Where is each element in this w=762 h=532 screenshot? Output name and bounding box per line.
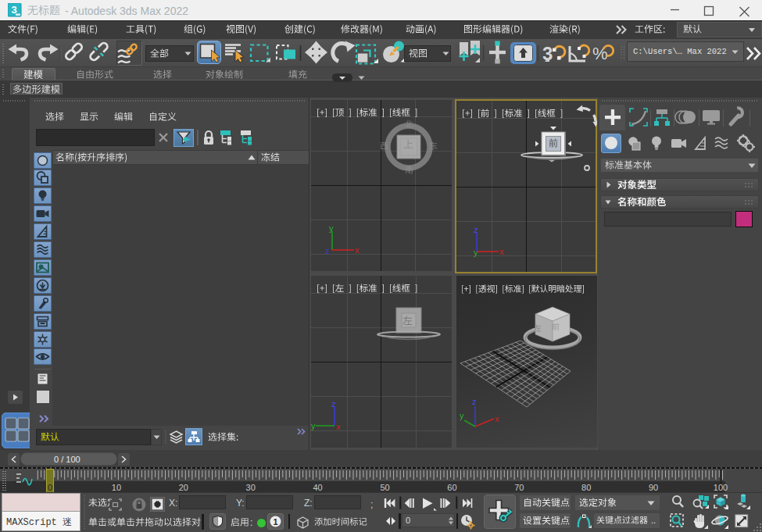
svg-text:z: z xyxy=(331,401,336,409)
svg-text:z: z xyxy=(325,246,330,255)
svg-text:y: y xyxy=(474,248,478,257)
svg-text:y: y xyxy=(460,411,464,420)
svg-text:y: y xyxy=(329,225,334,233)
svg-text:x: x xyxy=(336,422,341,431)
svg-text:x: x xyxy=(499,247,504,256)
svg-text:x: x xyxy=(355,245,360,255)
svg-text:z: z xyxy=(472,397,477,406)
svg-text:1: 1 xyxy=(273,517,277,527)
svg-text:z: z xyxy=(474,227,478,234)
svg-text:x: x xyxy=(495,414,499,423)
svg-text:y: y xyxy=(311,421,316,430)
